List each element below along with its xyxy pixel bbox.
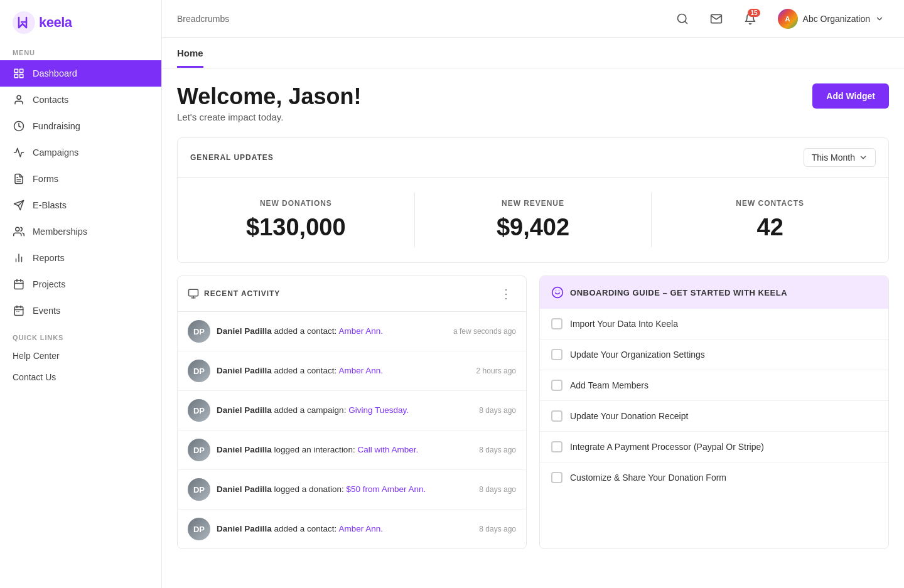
sidebar-item-label: E-Blasts: [33, 200, 67, 210]
sidebar-item-memberships[interactable]: Memberships: [0, 218, 161, 245]
sidebar-item-label: Events: [33, 306, 60, 316]
activity-link[interactable]: Amber Ann.: [338, 326, 383, 336]
stat-value: $9,402: [428, 214, 639, 241]
activity-avatar: DP: [188, 439, 210, 461]
notifications-button[interactable]: 15: [739, 8, 761, 30]
sidebar-item-campaigns[interactable]: Campaigns: [0, 139, 161, 166]
activity-item: DP Daniel Padilla added a contact: Amber…: [178, 510, 526, 548]
page-content: Home Welcome, Jason! Let's create impact…: [162, 38, 904, 588]
topbar: Breadcrumbs 15 A Abc Organization: [162, 0, 904, 38]
activity-avatar: DP: [188, 399, 210, 422]
stats-row: NEW DONATIONS $130,000 NEW REVENUE $9,40…: [178, 178, 888, 262]
keela-logo-icon: [13, 11, 35, 34]
activity-header: RECENT ACTIVITY ⋮: [178, 276, 526, 312]
activity-menu-button[interactable]: ⋮: [496, 285, 516, 302]
logo-area: keela: [0, 0, 161, 43]
activity-avatar: DP: [188, 478, 210, 501]
general-updates-title: GENERAL UPDATES: [190, 153, 274, 162]
onboarding-item: Update Your Donation Receipt: [540, 401, 888, 432]
general-updates-card: GENERAL UPDATES This Month NEW DONATIONS…: [177, 137, 889, 263]
sidebar-item-fundraising[interactable]: Fundraising: [0, 113, 161, 139]
search-button[interactable]: [671, 8, 694, 30]
org-selector[interactable]: A Abc Organization: [773, 6, 889, 31]
sidebar-item-projects[interactable]: Projects: [0, 271, 161, 297]
sidebar-item-dashboard[interactable]: Dashboard: [0, 60, 161, 87]
activity-avatar: DP: [188, 518, 210, 540]
activity-item: DP Daniel Padilla added a contact: Amber…: [178, 312, 526, 351]
svg-rect-27: [189, 290, 198, 297]
onboarding-checkbox[interactable]: [551, 318, 562, 329]
onboarding-label: Customize & Share Your Donation Form: [570, 473, 726, 483]
svg-point-30: [552, 287, 563, 298]
stat-value: $130,000: [190, 214, 402, 241]
sidebar-item-reports[interactable]: Reports: [0, 245, 161, 271]
notification-badge: 15: [748, 9, 760, 17]
eblasts-icon: [13, 199, 25, 211]
breadcrumb: Breadcrumbs: [177, 14, 661, 24]
stat-label: NEW CONTACTS: [664, 199, 876, 208]
sidebar-item-label: Campaigns: [33, 147, 78, 158]
projects-icon: [13, 278, 25, 291]
activity-list: DP Daniel Padilla added a contact: Amber…: [178, 312, 526, 548]
onboarding-checkbox[interactable]: [551, 472, 562, 483]
onboarding-checkbox[interactable]: [551, 349, 562, 360]
stat-item-0: NEW DONATIONS $130,000: [178, 193, 415, 247]
activity-time: a few seconds ago: [453, 327, 516, 336]
onboarding-label: Import Your Data Into Keela: [570, 319, 678, 329]
quick-links: Help CenterContact Us: [0, 345, 161, 388]
activity-avatar: DP: [188, 360, 210, 382]
onboarding-card: ONBOARDING GUIDE – GET STARTED WITH KEEL…: [539, 275, 889, 549]
activity-title-row: RECENT ACTIVITY: [188, 288, 280, 299]
activity-text: Daniel Padilla added a contact: Amber An…: [217, 523, 468, 535]
sidebar-item-forms[interactable]: Forms: [0, 166, 161, 192]
page-body: Welcome, Jason! Let's create impact toda…: [162, 68, 904, 564]
messages-button[interactable]: [705, 8, 728, 30]
two-col-section: RECENT ACTIVITY ⋮ DP Daniel Padilla adde…: [177, 275, 889, 549]
svg-point-11: [16, 227, 19, 231]
activity-time: 8 days ago: [479, 406, 516, 415]
activity-link[interactable]: Amber Ann.: [338, 524, 383, 533]
onboarding-item: Add Team Members: [540, 370, 888, 401]
activity-link[interactable]: Amber Ann.: [338, 366, 383, 375]
onboarding-title: ONBOARDING GUIDE – GET STARTED WITH KEEL…: [570, 288, 787, 297]
quick-link-contact-us[interactable]: Contact Us: [0, 366, 161, 388]
quick-link-help-center[interactable]: Help Center: [0, 345, 161, 366]
sidebar-item-eblasts[interactable]: E-Blasts: [0, 192, 161, 218]
activity-link[interactable]: Call with Amber.: [357, 445, 418, 454]
onboarding-list: Import Your Data Into Keela Update Your …: [540, 309, 888, 493]
sidebar-item-events[interactable]: Events: [0, 297, 161, 324]
activity-text: Daniel Padilla added a campaign: Giving …: [217, 405, 468, 417]
smile-icon: [551, 286, 564, 299]
onboarding-item: Update Your Organization Settings: [540, 339, 888, 370]
add-widget-button[interactable]: Add Widget: [812, 83, 889, 109]
welcome-title: Welcome, Jason!: [177, 83, 361, 109]
activity-avatar: DP: [188, 320, 210, 343]
dashboard-icon: [13, 67, 25, 80]
welcome-row: Welcome, Jason! Let's create impact toda…: [177, 83, 889, 122]
memberships-icon: [13, 225, 25, 238]
onboarding-checkbox[interactable]: [551, 441, 562, 452]
onboarding-header: ONBOARDING GUIDE – GET STARTED WITH KEEL…: [540, 276, 888, 309]
sidebar-item-label: Forms: [33, 174, 58, 184]
welcome-subtitle: Let's create impact today.: [177, 112, 361, 122]
sidebar-item-contacts[interactable]: Contacts: [0, 87, 161, 113]
onboarding-item: Import Your Data Into Keela: [540, 309, 888, 339]
sidebar: keela MENU Dashboard Contacts Fundraisin…: [0, 0, 162, 588]
stat-value: 42: [664, 214, 876, 241]
stat-label: NEW REVENUE: [428, 199, 639, 208]
onboarding-checkbox[interactable]: [551, 380, 562, 391]
onboarding-checkbox[interactable]: [551, 410, 562, 422]
activity-text: Daniel Padilla logged an interaction: Ca…: [217, 444, 468, 456]
topbar-icons: 15 A Abc Organization: [671, 6, 889, 31]
svg-rect-4: [20, 75, 23, 78]
stat-item-2: NEW CONTACTS 42: [652, 193, 888, 247]
org-name: Abc Organization: [803, 14, 870, 24]
home-tab[interactable]: Home: [177, 48, 203, 68]
activity-link[interactable]: Giving Tuesday.: [348, 405, 409, 415]
onboarding-item: Integrate A Payment Processor (Paypal Or…: [540, 432, 888, 462]
main-area: Breadcrumbs 15 A Abc Organization: [162, 0, 904, 588]
activity-link[interactable]: $50 from Amber Ann.: [346, 484, 426, 494]
month-selector[interactable]: This Month: [804, 148, 876, 167]
recent-activity-card: RECENT ACTIVITY ⋮ DP Daniel Padilla adde…: [177, 275, 527, 549]
campaigns-icon: [13, 146, 25, 159]
